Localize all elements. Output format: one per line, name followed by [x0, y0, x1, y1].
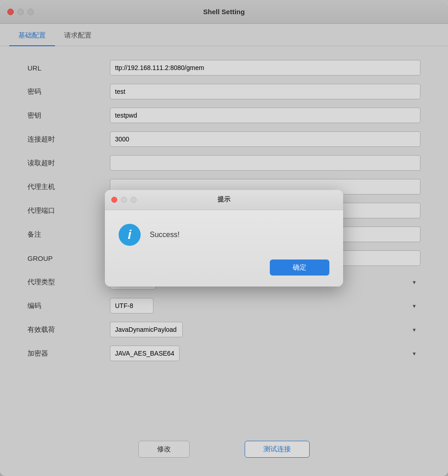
info-icon: i	[119, 224, 141, 246]
modal-body: i Success!	[105, 210, 343, 255]
modal-traffic-lights	[111, 197, 137, 203]
modal-maximize-button[interactable]	[131, 197, 137, 203]
modal-overlay: 提示 i Success! 确定	[0, 0, 448, 476]
modal-close-button[interactable]	[111, 197, 117, 203]
modal-confirm-button[interactable]: 确定	[270, 260, 329, 276]
modal-minimize-button[interactable]	[121, 197, 127, 203]
modal-titlebar: 提示	[105, 190, 343, 210]
modal-title: 提示	[218, 195, 230, 204]
modal-message: Success!	[150, 231, 180, 239]
modal-dialog: 提示 i Success! 确定	[105, 190, 343, 287]
main-window: Shell Setting 基础配置 请求配置 URL 密码 密钥 连接超时	[0, 0, 448, 476]
modal-footer: 确定	[105, 255, 343, 287]
